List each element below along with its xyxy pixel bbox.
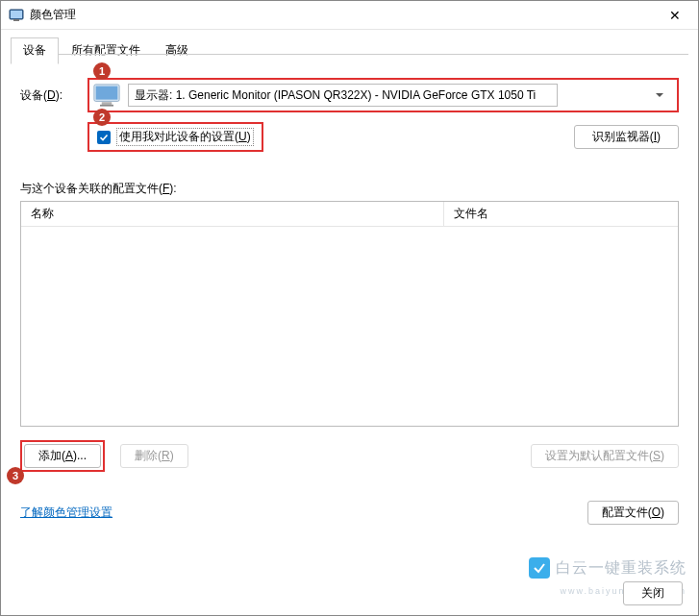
add-button[interactable]: 添加(A)... — [24, 444, 101, 468]
tab-bar: 设备 所有配置文件 高级 — [1, 30, 698, 64]
close-button[interactable]: ✕ — [656, 1, 694, 29]
column-filename[interactable]: 文件名 — [444, 202, 678, 226]
device-pane: 设备(D): 显示器: 1. Generic Monitor (IPASON Q… — [1, 64, 698, 534]
tab-device[interactable]: 设备 — [11, 37, 59, 64]
tab-all-profiles[interactable]: 所有配置文件 — [59, 37, 153, 64]
profiles-listbox[interactable]: 名称 文件名 — [20, 201, 679, 427]
list-header: 名称 文件名 — [21, 202, 678, 227]
device-select-wrap: 显示器: 1. Generic Monitor (IPASON QR322X) … — [128, 84, 671, 107]
footer: 关闭 — [1, 574, 698, 615]
svg-rect-2 — [13, 19, 19, 21]
tab-separator — [11, 54, 688, 55]
add-button-highlight: 添加(A)... — [20, 440, 105, 472]
device-row: 设备(D): 显示器: 1. Generic Monitor (IPASON Q… — [20, 78, 679, 112]
monitor-icon — [93, 84, 120, 107]
column-name[interactable]: 名称 — [21, 202, 444, 226]
window-title: 颜色管理 — [30, 7, 656, 23]
learn-color-mgmt-link[interactable]: 了解颜色管理设置 — [20, 505, 112, 521]
annotation-badge-3: 3 — [7, 467, 24, 484]
use-settings-label[interactable]: 使用我对此设备的设置(U) — [116, 128, 254, 146]
svg-rect-5 — [102, 102, 112, 105]
remove-button: 删除(R) — [120, 444, 188, 468]
app-icon — [9, 8, 24, 23]
tab-advanced[interactable]: 高级 — [153, 37, 201, 64]
use-settings-row: 使用我对此设备的设置(U) 识别监视器(I) — [20, 122, 679, 152]
use-settings-checkbox[interactable] — [97, 131, 111, 144]
associated-profiles-label: 与这个设备关联的配置文件(F): — [20, 181, 679, 197]
link-row: 了解颜色管理设置 配置文件(O) — [20, 501, 679, 525]
svg-rect-1 — [11, 11, 22, 18]
set-default-button: 设置为默认配置文件(S) — [531, 444, 679, 468]
use-settings-highlight: 使用我对此设备的设置(U) — [87, 122, 263, 152]
device-select-highlight: 显示器: 1. Generic Monitor (IPASON QR322X) … — [87, 78, 679, 112]
annotation-badge-2: 2 — [93, 109, 111, 126]
profile-buttons-row: 添加(A)... 删除(R) 设置为默认配置文件(S) — [20, 440, 679, 472]
profiles-button[interactable]: 配置文件(O) — [587, 501, 679, 525]
svg-rect-4 — [96, 86, 118, 100]
identify-monitors-button[interactable]: 识别监视器(I) — [574, 125, 679, 149]
device-select[interactable]: 显示器: 1. Generic Monitor (IPASON QR322X) … — [128, 84, 558, 107]
annotation-badge-1: 1 — [93, 62, 111, 80]
close-dialog-button[interactable]: 关闭 — [623, 581, 683, 605]
device-label: 设备(D): — [20, 87, 87, 104]
titlebar: 颜色管理 ✕ — [1, 1, 698, 30]
svg-rect-6 — [100, 105, 113, 107]
